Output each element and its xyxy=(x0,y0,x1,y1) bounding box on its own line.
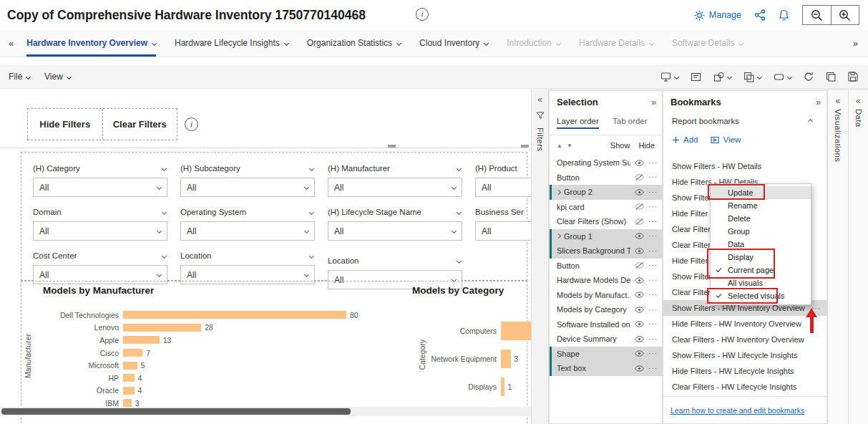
learn-bookmarks-link[interactable]: Learn how to create and edit bookmarks xyxy=(670,406,804,415)
bar[interactable] xyxy=(123,311,346,319)
bar[interactable] xyxy=(123,362,137,370)
clear-filters-button[interactable]: Clear Filters xyxy=(103,109,177,140)
report-page-tab[interactable]: Introduction xyxy=(507,30,560,57)
chevron-down-icon[interactable] xyxy=(162,165,167,170)
context-menu-item[interactable]: All visuals xyxy=(711,276,811,289)
shapes-icon[interactable] xyxy=(713,72,731,82)
more-options-icon[interactable]: ··· xyxy=(648,291,658,299)
toggle-visibility-button[interactable] xyxy=(635,365,644,372)
resize-handle[interactable] xyxy=(521,145,529,148)
report-page-tab[interactable]: Hardware Details xyxy=(579,30,653,57)
more-options-icon[interactable]: ··· xyxy=(648,365,658,372)
expand-group-icon[interactable] xyxy=(556,233,561,238)
view-bookmarks-button[interactable]: View xyxy=(711,135,741,144)
chevron-down-icon[interactable] xyxy=(152,40,157,45)
expand-visualizations-chevron-icon[interactable]: « xyxy=(828,96,848,106)
report-canvas[interactable]: Hide Filters Clear Filters i (H) Categor… xyxy=(0,89,532,424)
slicer-dropdown[interactable]: All xyxy=(328,221,462,241)
selection-layer-item[interactable]: Operating System Su... ··· xyxy=(550,155,662,170)
toggle-visibility-button[interactable] xyxy=(635,292,644,298)
tab-tab-order[interactable]: Tab order xyxy=(613,117,648,127)
visuals-icon[interactable] xyxy=(743,72,761,82)
bookmark-item[interactable]: Hide Filters - HW Lifecycle Insights ··· xyxy=(663,363,826,379)
horizontal-scrollbar-thumb[interactable] xyxy=(1,408,351,415)
move-layer-up-icon[interactable]: ▲ xyxy=(557,143,562,149)
toggle-visibility-button[interactable] xyxy=(635,321,644,327)
collapse-selection-panel-icon[interactable]: » xyxy=(651,97,656,107)
more-options-icon[interactable]: ··· xyxy=(648,306,658,314)
chevron-down-icon[interactable] xyxy=(309,209,314,214)
chevron-down-icon[interactable] xyxy=(396,40,401,45)
more-options-icon[interactable]: ··· xyxy=(648,203,658,211)
expand-data-chevron-icon[interactable]: « xyxy=(849,96,868,106)
selection-layer-item[interactable]: Software Installed on ... ··· xyxy=(550,317,662,332)
context-menu-item[interactable]: Group xyxy=(711,225,811,238)
show-all-label[interactable]: Show xyxy=(610,141,630,150)
chevron-down-icon[interactable] xyxy=(649,40,654,45)
more-options-icon[interactable]: ··· xyxy=(648,276,658,284)
chevron-down-icon[interactable] xyxy=(309,165,314,170)
slicer-dropdown[interactable]: All xyxy=(180,178,315,197)
more-options-icon[interactable]: ··· xyxy=(648,173,658,181)
report-page-tab[interactable]: Hardware Inventory Overview xyxy=(26,30,156,57)
toggle-visibility-button[interactable] xyxy=(635,336,644,342)
hide-all-label[interactable]: Hide xyxy=(638,141,655,150)
selection-layer-item[interactable]: Group 1 ··· xyxy=(550,229,662,244)
expand-filters-chevron-icon[interactable]: « xyxy=(532,95,548,105)
selection-layer-item[interactable]: Shape ··· xyxy=(550,347,662,362)
zoom-in-button[interactable] xyxy=(831,6,859,24)
mobile-layout-icon[interactable] xyxy=(660,72,678,82)
report-page-tab[interactable]: Hardware Lifecycle Insights xyxy=(175,30,288,57)
chevron-down-icon[interactable] xyxy=(457,209,462,214)
more-options-icon[interactable]: ··· xyxy=(648,261,658,269)
selection-layer-item[interactable]: kpi card ··· xyxy=(550,200,662,215)
report-page-tab[interactable]: Cloud Inventory xyxy=(419,30,488,57)
expand-group-icon[interactable] xyxy=(556,190,561,195)
bookmark-item[interactable]: Show Filters - HW Lifecycle Insights ··· xyxy=(663,347,826,363)
models-by-category-chart[interactable]: Computers Network Equipment 3 Displays xyxy=(426,317,532,400)
report-page-tab[interactable]: Organization Statistics xyxy=(307,30,401,57)
toggle-visibility-button[interactable] xyxy=(635,248,644,254)
text-box-icon[interactable] xyxy=(691,72,701,82)
duplicate-page-icon[interactable] xyxy=(826,72,836,82)
chevron-down-icon[interactable] xyxy=(284,40,289,45)
slicer-dropdown[interactable]: All xyxy=(33,221,167,241)
chevron-down-icon[interactable] xyxy=(738,40,743,45)
toggle-visibility-button[interactable] xyxy=(635,307,644,313)
more-options-icon[interactable]: ··· xyxy=(648,218,658,226)
zoom-out-button[interactable] xyxy=(803,6,831,24)
collapse-section-chevron-icon[interactable] xyxy=(808,118,813,123)
notifications-bell-icon[interactable] xyxy=(779,9,789,21)
slicer-dropdown[interactable]: All xyxy=(180,221,315,241)
tab-layer-order[interactable]: Layer order xyxy=(557,117,599,129)
selection-layer-item[interactable]: Slicers Background Te... ··· xyxy=(550,244,662,259)
more-options-icon[interactable]: ··· xyxy=(648,247,658,255)
chevron-down-icon[interactable] xyxy=(484,40,489,45)
models-by-manufacturer-chart[interactable]: Dell Technologies 80 Lenovo 28 Apple 13 xyxy=(42,309,378,410)
toggle-visibility-button[interactable] xyxy=(635,262,644,269)
selection-layer-item[interactable]: Models by Manufact... ··· xyxy=(550,288,662,303)
context-menu-item[interactable]: Update xyxy=(711,186,811,199)
context-menu-item[interactable]: Rename xyxy=(711,199,811,212)
share-icon[interactable] xyxy=(754,9,766,21)
toggle-visibility-button[interactable] xyxy=(635,174,644,180)
hide-filters-button[interactable]: Hide Filters xyxy=(28,109,103,140)
toggle-visibility-button[interactable] xyxy=(635,350,644,357)
bar[interactable] xyxy=(501,350,511,368)
more-options-icon[interactable]: ··· xyxy=(648,335,658,343)
context-menu-item[interactable]: Delete xyxy=(711,212,811,225)
add-bookmark-button[interactable]: Add xyxy=(672,135,698,144)
save-icon[interactable] xyxy=(848,72,858,82)
view-menu[interactable]: View xyxy=(44,64,71,89)
chevron-down-icon[interactable] xyxy=(457,258,462,263)
bar[interactable] xyxy=(501,377,504,396)
toggle-visibility-button[interactable] xyxy=(635,218,644,225)
bar[interactable] xyxy=(123,336,160,344)
bar[interactable] xyxy=(501,322,532,340)
more-options-icon[interactable]: ··· xyxy=(648,188,658,196)
bookmark-item[interactable]: Show Filters - HW Details ··· xyxy=(663,158,826,174)
context-menu-item[interactable]: Selected visuals xyxy=(711,289,811,302)
info-icon[interactable]: i xyxy=(416,8,429,21)
toggle-visibility-button[interactable] xyxy=(635,160,644,166)
selection-layer-item[interactable]: Button ··· xyxy=(550,170,662,186)
